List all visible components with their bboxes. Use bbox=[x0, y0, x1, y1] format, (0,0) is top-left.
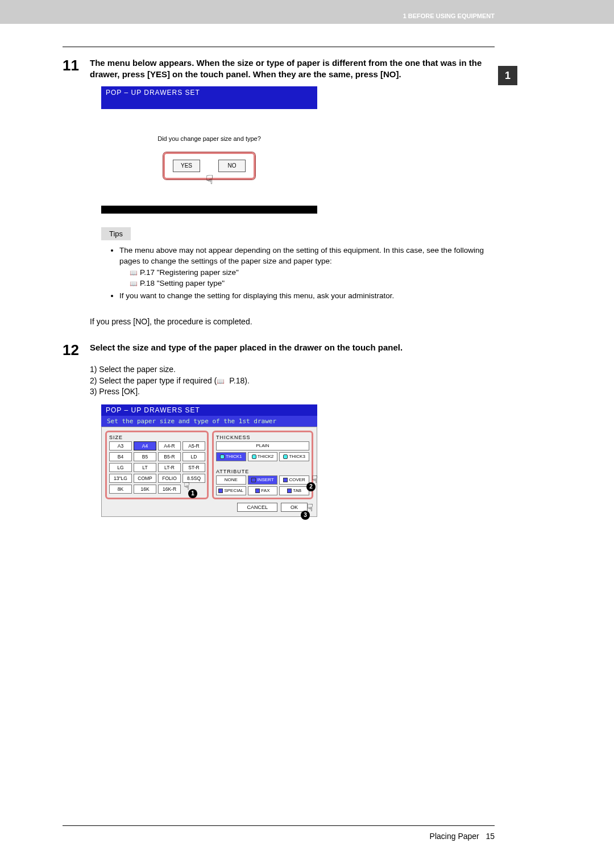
hand-pointer-icon: ☟ bbox=[184, 480, 190, 493]
size-option[interactable]: A4 bbox=[134, 441, 156, 450]
cancel-button[interactable]: CANCEL bbox=[237, 503, 277, 512]
size-label: SIZE bbox=[109, 435, 205, 440]
substep: 3) Press [OK]. bbox=[90, 386, 495, 398]
size-option[interactable]: 16K bbox=[134, 485, 156, 494]
thickness-option[interactable]: PLAIN bbox=[216, 441, 309, 450]
step-sublist: 1) Select the paper size. 2) Select the … bbox=[90, 364, 495, 398]
size-option[interactable]: 8K bbox=[109, 485, 132, 494]
attribute-icon bbox=[218, 489, 223, 493]
size-option[interactable]: 16K-R bbox=[158, 485, 181, 494]
popup-title: POP – UP DRAWERS SET bbox=[101, 86, 317, 99]
divider bbox=[63, 47, 495, 47]
bluebar bbox=[101, 99, 317, 109]
thickness-option[interactable]: THICK2 bbox=[248, 452, 278, 461]
footer-page: 15 bbox=[486, 832, 495, 841]
tip-text: The menu above may not appear depending … bbox=[119, 246, 484, 266]
size-option[interactable]: ST-R bbox=[182, 463, 205, 472]
book-icon bbox=[130, 268, 140, 277]
thickness-icon bbox=[252, 454, 256, 459]
step-number: 11 bbox=[63, 57, 90, 81]
size-option[interactable]: A4-R bbox=[158, 441, 181, 450]
thickness-row: THICK1THICK2THICK3 bbox=[216, 452, 309, 461]
popup-drawer-set: POP – UP DRAWERS SET Set the paper size … bbox=[101, 404, 317, 517]
book-icon bbox=[217, 376, 227, 385]
popup-message: Did you change paper size and type? bbox=[157, 135, 261, 142]
step-12: 12 Select the size and type of the paper… bbox=[63, 342, 495, 358]
thickness-label: THICKNESS bbox=[216, 435, 309, 440]
tips-list: The menu above may not appear depending … bbox=[111, 245, 495, 302]
size-option[interactable]: 13"LG bbox=[109, 474, 132, 483]
size-option[interactable]: LD bbox=[182, 452, 205, 461]
attribute-option[interactable]: NONE bbox=[216, 475, 246, 485]
attribute-option[interactable]: TAB bbox=[279, 486, 309, 495]
attribute-option[interactable]: INSERT bbox=[248, 475, 278, 485]
no-button[interactable]: NO bbox=[218, 160, 246, 172]
size-grid: A3A4A4-RA5-RB4B5B5-RLDLGLTLT-RST-R13"LGC… bbox=[109, 441, 205, 494]
attribute-option[interactable]: COVER bbox=[279, 475, 309, 485]
size-option[interactable]: FOLIO bbox=[158, 474, 181, 483]
step-title: The menu below appears. When the size or… bbox=[90, 57, 495, 81]
attribute-label: ATTRIBUTE bbox=[216, 469, 309, 474]
page-header-bar: 1 BEFORE USING EQUIPMENT bbox=[0, 0, 614, 24]
dialog-footer: CANCEL OK bbox=[105, 503, 313, 512]
attribute-option[interactable]: SPECIAL bbox=[216, 486, 246, 495]
substep: 2) Select the paper type if required ( P… bbox=[90, 375, 495, 387]
thickness-icon bbox=[283, 454, 288, 459]
size-option[interactable]: A5-R bbox=[182, 441, 205, 450]
attribute-option[interactable]: FAX bbox=[248, 486, 278, 495]
attribute-icon bbox=[283, 478, 288, 482]
size-option[interactable]: B4 bbox=[109, 452, 132, 461]
size-option[interactable]: COMP bbox=[134, 474, 156, 483]
popup-subtitle: Set the paper size and type of the 1st d… bbox=[101, 416, 317, 427]
attribute-icon bbox=[287, 489, 292, 493]
tip-item: If you want to change the setting for di… bbox=[119, 290, 495, 302]
size-option[interactable]: LG bbox=[109, 463, 132, 472]
right-panel: THICKNESS PLAIN THICK1THICK2THICK3 ATTRI… bbox=[212, 431, 313, 499]
completion-note: If you press [NO], the procedure is comp… bbox=[90, 317, 495, 326]
chapter-tab: 1 bbox=[498, 66, 517, 85]
hand-pointer-icon: ☟ bbox=[312, 473, 318, 486]
ref-text: P.17 "Registering paper size" bbox=[140, 268, 239, 277]
header-section-label: 1 BEFORE USING EQUIPMENT bbox=[403, 12, 495, 19]
blackbar bbox=[101, 206, 317, 214]
hand-pointer-icon: ☟ bbox=[307, 502, 313, 514]
substep-text: 2) Select the paper type if required ( bbox=[90, 376, 217, 385]
tips-label: Tips bbox=[101, 227, 131, 240]
attribute-grid: NONEINSERTCOVERSPECIALFAXTAB bbox=[216, 475, 309, 495]
attribute-icon bbox=[251, 478, 256, 482]
step-11: 11 The menu below appears. When the size… bbox=[63, 57, 495, 81]
popup-title: POP – UP DRAWERS SET bbox=[101, 404, 317, 416]
thickness-icon bbox=[220, 454, 225, 459]
tip-ref: P.17 "Registering paper size" bbox=[130, 267, 495, 278]
popup-body: Did you change paper size and type? YES … bbox=[101, 109, 317, 206]
substep: 1) Select the paper size. bbox=[90, 364, 495, 375]
thickness-option[interactable]: THICK1 bbox=[216, 452, 246, 461]
step-title: Select the size and type of the paper pl… bbox=[90, 342, 403, 358]
footer-section: Placing Paper bbox=[430, 832, 479, 841]
step-number: 12 bbox=[63, 342, 90, 358]
footer-text: Placing Paper 15 bbox=[63, 832, 495, 841]
hand-pointer-icon: ☟ bbox=[206, 173, 213, 187]
divider bbox=[63, 825, 495, 826]
yes-button[interactable]: YES bbox=[173, 160, 200, 172]
popup-confirm-dialog: POP – UP DRAWERS SET Did you change pape… bbox=[101, 86, 317, 214]
tip-ref: P.18 "Setting paper type" bbox=[130, 278, 495, 289]
size-option[interactable]: A3 bbox=[109, 441, 132, 450]
size-option[interactable]: B5-R bbox=[158, 452, 181, 461]
tip-item: The menu above may not appear depending … bbox=[119, 245, 495, 289]
substep-text: P.18). bbox=[227, 376, 249, 385]
size-option[interactable]: B5 bbox=[134, 452, 156, 461]
page-footer: Placing Paper 15 bbox=[63, 825, 495, 841]
page-content: 11 The menu below appears. When the size… bbox=[63, 47, 495, 517]
attribute-icon bbox=[255, 489, 260, 493]
book-icon bbox=[130, 279, 140, 287]
thickness-option[interactable]: THICK3 bbox=[279, 452, 309, 461]
size-option[interactable]: LT-R bbox=[158, 463, 181, 472]
ref-text: P.18 "Setting paper type" bbox=[140, 279, 225, 287]
popup-body: SIZE A3A4A4-RA5-RB4B5B5-RLDLGLTLT-RST-R1… bbox=[101, 427, 317, 517]
size-option[interactable]: LT bbox=[134, 463, 156, 472]
